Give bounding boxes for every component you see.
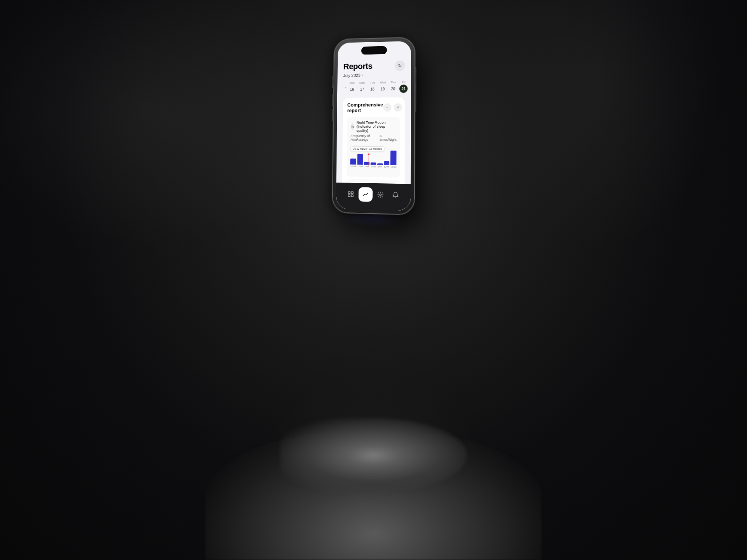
frequency-value: 3 times/Night xyxy=(380,134,397,141)
share-button[interactable]: ↗ xyxy=(394,103,402,112)
tab-bar xyxy=(336,183,411,211)
svg-point-4 xyxy=(379,194,381,196)
week-days: Sun16Mon17Tue18Wed19Thu20Fri21Sat22 xyxy=(348,80,411,93)
calendar-day[interactable]: Fri21 xyxy=(400,81,408,93)
chart-bar xyxy=(364,162,370,165)
chart-bar-label: 8AM xyxy=(384,166,389,168)
calendar-row: ‹ Sun16Mon17Tue18Wed19Thu20Fri21Sat22 › xyxy=(343,81,405,94)
ratio-icon-symbol: ◉ xyxy=(351,185,354,189)
report-card-header: Comprehensive report ≡ ↗ xyxy=(347,102,401,113)
chart-bar xyxy=(391,151,397,165)
svg-rect-0 xyxy=(348,192,350,193)
chart-bar xyxy=(350,158,356,165)
chart-bar-label: 12AM xyxy=(357,165,363,168)
app-content: Reports ↻ July 2023 › ‹ xyxy=(336,57,411,201)
month-forward-arrow: › xyxy=(362,74,363,77)
day-number: 20 xyxy=(389,85,397,93)
motion-header: ◎ Night Time Motion (Indicator of sleep … xyxy=(351,121,397,133)
phone-wrapper: Reports ↻ July 2023 › ‹ xyxy=(332,37,415,215)
day-name: Sun xyxy=(349,81,354,84)
indicator-line xyxy=(368,155,369,167)
chart-bar-label: 10AM xyxy=(390,166,396,168)
calendar-day[interactable]: Sat22 xyxy=(410,80,411,93)
share-icon: ↗ xyxy=(396,106,399,109)
svg-rect-3 xyxy=(351,195,353,196)
chart-bar-wrapper: 6AM xyxy=(377,164,383,168)
tab-settings[interactable] xyxy=(373,187,387,202)
chart-bar xyxy=(357,154,363,165)
page-title: Reports xyxy=(343,62,372,72)
calendar-day[interactable]: Thu20 xyxy=(389,81,397,93)
ratio-title: Ratio of Motion Between Zones xyxy=(357,183,396,191)
calendar-day[interactable]: Tue18 xyxy=(368,81,376,93)
phone-screen: Reports ↻ July 2023 › ‹ xyxy=(336,41,411,211)
chart-bar-label: 6AM xyxy=(378,166,382,168)
phone-glow xyxy=(340,213,407,226)
calendar-day[interactable]: Wed19 xyxy=(379,81,387,93)
chart-bar xyxy=(377,164,383,165)
frequency-label: Frequency of Awakenings xyxy=(351,134,380,141)
svg-rect-1 xyxy=(351,192,353,193)
chart-bar-label: 4AM xyxy=(371,166,375,168)
day-number: 18 xyxy=(368,85,376,93)
chart-bar xyxy=(371,162,376,165)
report-card-title: Comprehensive report xyxy=(347,102,383,113)
day-name: Thu xyxy=(391,81,396,84)
day-name: Wed xyxy=(380,81,386,84)
chart-bar-wrapper: 12AM xyxy=(357,154,363,168)
calendar-prev-button[interactable]: ‹ xyxy=(344,85,348,90)
screen-content: Reports ↻ July 2023 › ‹ xyxy=(336,41,411,211)
motion-icon: ◎ xyxy=(351,123,354,130)
day-name: Fri xyxy=(402,81,405,84)
sort-button[interactable]: ≡ xyxy=(383,103,391,112)
awakenings-row: Frequency of Awakenings 3 times/Night xyxy=(351,134,397,142)
svg-rect-2 xyxy=(348,195,350,196)
motion-title: Night Time Motion (Indicator of sleep qu… xyxy=(357,121,397,133)
motion-icon-symbol: ◎ xyxy=(351,125,354,128)
indicator-dot xyxy=(368,153,370,155)
day-number: 19 xyxy=(379,85,387,93)
day-number: 22 xyxy=(410,84,411,93)
refresh-button[interactable]: ↻ xyxy=(395,60,405,71)
month-selector[interactable]: July 2023 › xyxy=(343,72,405,78)
app-header: Reports ↻ xyxy=(343,60,405,72)
tab-grid[interactable] xyxy=(344,187,358,201)
day-number: 17 xyxy=(358,85,366,93)
day-name: Mon xyxy=(359,81,365,84)
day-number: 21 xyxy=(400,85,408,93)
calendar-day[interactable]: Mon17 xyxy=(358,81,366,93)
ratio-section: ◉ Ratio of Motion Between Zones xyxy=(346,179,400,195)
report-card: Comprehensive report ≡ ↗ xyxy=(342,97,405,200)
chart-bar-label: 2AM xyxy=(365,165,369,168)
chart-bar-wrapper: 10PM xyxy=(350,158,356,168)
sort-icon: ≡ xyxy=(386,106,388,109)
chart-bar-wrapper: 4AM xyxy=(371,162,376,168)
chart-bar-label: 10PM xyxy=(350,165,356,168)
chart-bar-wrapper: 8AM xyxy=(384,161,390,168)
day-name: Tue xyxy=(370,81,375,84)
dynamic-island xyxy=(361,46,387,55)
calendar-day[interactable]: Sun16 xyxy=(348,81,356,93)
chart-bar-wrapper: 2AM xyxy=(364,162,370,168)
month-label: July 2023 xyxy=(343,73,360,78)
chart-tooltip: 01:12-01:25 • 13 minutes xyxy=(350,146,384,152)
tab-notifications[interactable] xyxy=(388,188,403,203)
chart-bar xyxy=(384,161,390,165)
refresh-icon: ↻ xyxy=(398,63,402,68)
day-number: 16 xyxy=(348,85,356,93)
phone-frame: Reports ↻ July 2023 › ‹ xyxy=(332,37,415,215)
motion-section: ◎ Night Time Motion (Indicator of sleep … xyxy=(347,117,400,178)
tab-chart[interactable] xyxy=(359,187,373,202)
report-actions: ≡ ↗ xyxy=(383,103,402,112)
bar-chart: 10PM12AM2AM4AM6AM8AM10AM xyxy=(350,153,397,174)
rock-highlight xyxy=(280,418,467,493)
chart-bar-wrapper: 10AM xyxy=(390,151,396,168)
